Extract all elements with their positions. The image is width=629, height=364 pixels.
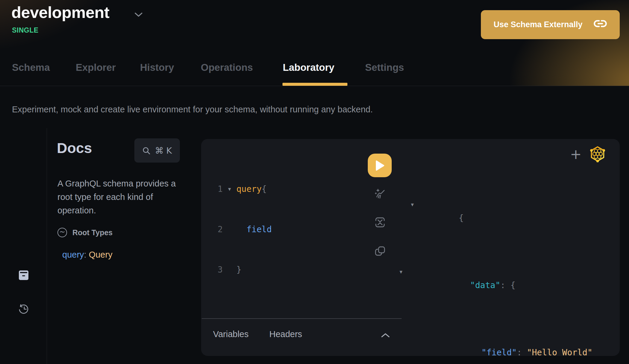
chevron-down-icon[interactable] — [134, 12, 143, 19]
play-icon — [375, 160, 384, 171]
tab-headers[interactable]: Headers — [269, 329, 302, 339]
docs-description: A GraphQL schema provides a root type fo… — [57, 177, 189, 217]
plugin-sidebar: ⌘ ⚙ — [0, 128, 47, 364]
search-shortcut-label: ⌘ K — [155, 146, 172, 156]
line-number: 1 — [213, 182, 223, 196]
tab-settings[interactable]: Settings — [365, 62, 404, 73]
page-header: development SINGLE Use Schema Externally… — [0, 0, 629, 86]
root-type-name[interactable]: Query — [89, 250, 113, 259]
response-line: ▾{ — [410, 198, 592, 238]
search-icon — [142, 146, 151, 155]
root-field-separator: : — [84, 250, 89, 259]
response-line: ▾"data": { — [410, 265, 592, 305]
editor-line: 1▾query{ — [213, 182, 272, 196]
editor-tools-divider — [202, 318, 402, 319]
response-line: "field": "Hello World" — [410, 332, 592, 364]
editor-line: 2 field — [213, 223, 272, 236]
docs-icon[interactable] — [0, 270, 47, 281]
editor-line: 3} — [213, 263, 272, 276]
use-schema-externally-label: Use Schema Externally — [493, 20, 582, 29]
status-badge: SINGLE — [12, 26, 39, 34]
active-tab-underline — [282, 83, 347, 86]
docs-panel-title: Docs — [57, 140, 92, 156]
tab-history[interactable]: History — [140, 62, 174, 73]
link-icon — [593, 19, 607, 30]
code-token: { — [459, 213, 464, 223]
code-token: field — [236, 223, 272, 236]
merge-fragments-icon[interactable] — [373, 216, 387, 229]
line-number: 3 — [213, 263, 223, 276]
fold-toggle-icon[interactable]: ▾ — [223, 182, 236, 196]
laboratory-page: development SINGLE Use Schema Externally… — [0, 0, 629, 364]
root-types-section: ~ Root Types — [57, 228, 113, 237]
fold-toggle-icon[interactable]: ▾ — [397, 265, 405, 279]
fold-gutter — [223, 263, 236, 276]
copy-query-icon[interactable] — [373, 245, 387, 258]
code-token: { — [262, 182, 267, 196]
code-token: } — [236, 263, 241, 276]
tab-laboratory[interactable]: Laboratory — [283, 62, 334, 73]
page-description: Experiment, mock and create live environ… — [12, 105, 373, 114]
response-viewer: ▾{ ▾"data": { "field": "Hello World" } } — [410, 171, 592, 364]
fold-toggle-icon[interactable]: ▾ — [408, 198, 417, 211]
add-tab-icon[interactable]: + — [570, 149, 582, 160]
tab-explorer[interactable]: Explorer — [76, 62, 116, 73]
code-token: query — [236, 182, 262, 196]
hive-logo-icon[interactable] — [589, 146, 606, 163]
fold-gutter — [223, 223, 236, 236]
history-icon[interactable] — [0, 303, 47, 315]
use-schema-externally-button[interactable]: Use Schema Externally — [481, 10, 620, 39]
graphiql-panel: 1▾query{ 2 field 3} — [201, 139, 620, 356]
prettify-icon[interactable] — [373, 188, 387, 201]
execute-query-button[interactable] — [368, 154, 392, 177]
root-field-name[interactable]: query — [62, 250, 84, 259]
root-types-label: Root Types — [72, 228, 113, 237]
code-token: { — [505, 280, 516, 290]
tab-operations[interactable]: Operations — [201, 62, 253, 73]
chevron-up-icon[interactable] — [381, 333, 390, 339]
tab-schema[interactable]: Schema — [12, 62, 50, 73]
code-token: : — [500, 280, 505, 290]
line-number: 2 — [213, 223, 223, 236]
root-type-query-link[interactable]: query: Query — [62, 250, 113, 260]
tab-variables[interactable]: Variables — [213, 329, 249, 339]
code-token: "field" — [481, 348, 517, 357]
code-token: "data" — [470, 280, 500, 290]
root-types-icon: ~ — [57, 228, 67, 237]
code-token: "Hello World" — [522, 348, 592, 357]
query-editor[interactable]: 1▾query{ 2 field 3} — [213, 155, 272, 303]
docs-search-button[interactable]: ⌘ K — [134, 138, 180, 163]
target-title: development — [11, 3, 110, 22]
code-token: : — [517, 348, 522, 357]
